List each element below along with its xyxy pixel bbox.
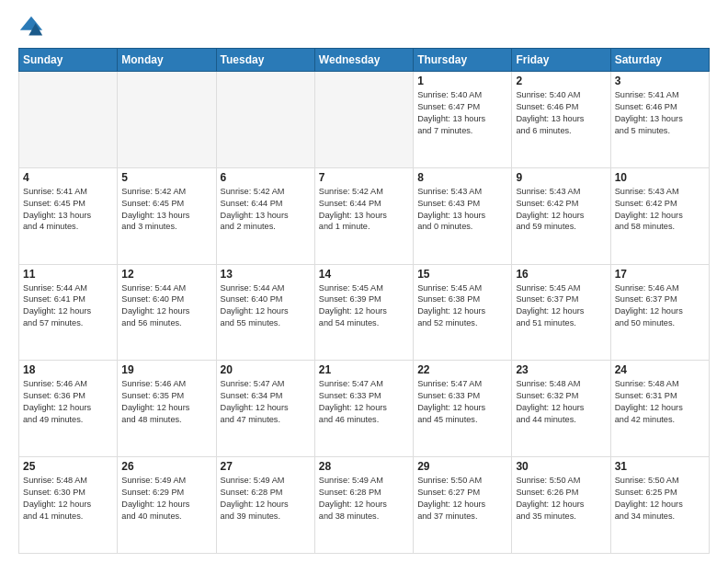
header: [18, 15, 710, 40]
calendar-day-cell: 3Sunrise: 5:41 AM Sunset: 6:46 PM Daylig…: [610, 72, 709, 168]
calendar-day-header: Friday: [512, 49, 610, 72]
day-info: Sunrise: 5:48 AM Sunset: 6:31 PM Dayligh…: [615, 378, 705, 426]
calendar-week-row: 18Sunrise: 5:46 AM Sunset: 6:36 PM Dayli…: [19, 361, 710, 457]
day-number: 15: [417, 268, 507, 281]
day-number: 2: [516, 75, 606, 87]
calendar-table: SundayMondayTuesdayWednesdayThursdayFrid…: [18, 48, 710, 554]
calendar-day-header: Thursday: [414, 49, 512, 72]
calendar-day-header: Wednesday: [314, 49, 413, 72]
calendar-week-row: 25Sunrise: 5:48 AM Sunset: 6:30 PM Dayli…: [19, 457, 710, 554]
day-info: Sunrise: 5:48 AM Sunset: 6:32 PM Dayligh…: [516, 378, 606, 426]
calendar-day-cell: [118, 72, 216, 168]
calendar-day-cell: 9Sunrise: 5:43 AM Sunset: 6:42 PM Daylig…: [512, 167, 610, 264]
calendar-day-cell: 12Sunrise: 5:44 AM Sunset: 6:40 PM Dayli…: [118, 264, 216, 361]
day-info: Sunrise: 5:45 AM Sunset: 6:38 PM Dayligh…: [417, 282, 507, 330]
calendar-day-cell: 25Sunrise: 5:48 AM Sunset: 6:30 PM Dayli…: [19, 457, 118, 554]
day-info: Sunrise: 5:45 AM Sunset: 6:37 PM Dayligh…: [516, 282, 606, 330]
day-number: 14: [319, 268, 409, 281]
day-info: Sunrise: 5:49 AM Sunset: 6:29 PM Dayligh…: [121, 475, 211, 523]
day-number: 12: [121, 268, 211, 281]
day-number: 30: [516, 460, 606, 473]
day-info: Sunrise: 5:40 AM Sunset: 6:47 PM Dayligh…: [417, 89, 507, 137]
calendar-day-cell: 24Sunrise: 5:48 AM Sunset: 6:31 PM Dayli…: [610, 361, 709, 457]
calendar-day-cell: 26Sunrise: 5:49 AM Sunset: 6:29 PM Dayli…: [118, 457, 216, 554]
day-info: Sunrise: 5:44 AM Sunset: 6:41 PM Dayligh…: [23, 282, 113, 330]
calendar-day-cell: 5Sunrise: 5:42 AM Sunset: 6:45 PM Daylig…: [118, 167, 216, 264]
day-info: Sunrise: 5:49 AM Sunset: 6:28 PM Dayligh…: [319, 475, 409, 523]
calendar-day-cell: 28Sunrise: 5:49 AM Sunset: 6:28 PM Dayli…: [314, 457, 413, 554]
calendar-day-cell: 15Sunrise: 5:45 AM Sunset: 6:38 PM Dayli…: [414, 264, 512, 361]
calendar-day-cell: 4Sunrise: 5:41 AM Sunset: 6:45 PM Daylig…: [19, 167, 118, 264]
day-number: 5: [121, 171, 211, 184]
day-number: 23: [516, 363, 606, 376]
day-number: 20: [221, 363, 311, 376]
day-info: Sunrise: 5:42 AM Sunset: 6:45 PM Dayligh…: [121, 186, 211, 234]
day-info: Sunrise: 5:42 AM Sunset: 6:44 PM Dayligh…: [221, 186, 311, 234]
calendar-day-cell: [216, 72, 314, 168]
calendar-week-row: 1Sunrise: 5:40 AM Sunset: 6:47 PM Daylig…: [19, 72, 710, 168]
page: SundayMondayTuesdayWednesdayThursdayFrid…: [0, 0, 728, 563]
calendar-day-cell: 31Sunrise: 5:50 AM Sunset: 6:25 PM Dayli…: [610, 457, 709, 554]
calendar-day-cell: 8Sunrise: 5:43 AM Sunset: 6:43 PM Daylig…: [414, 167, 512, 264]
calendar-day-cell: [19, 72, 118, 168]
calendar-day-cell: 11Sunrise: 5:44 AM Sunset: 6:41 PM Dayli…: [19, 264, 118, 361]
calendar-day-cell: 21Sunrise: 5:47 AM Sunset: 6:33 PM Dayli…: [314, 361, 413, 457]
calendar-day-cell: 18Sunrise: 5:46 AM Sunset: 6:36 PM Dayli…: [19, 361, 118, 457]
day-info: Sunrise: 5:47 AM Sunset: 6:33 PM Dayligh…: [319, 378, 409, 426]
day-number: 22: [417, 363, 507, 376]
day-info: Sunrise: 5:41 AM Sunset: 6:45 PM Dayligh…: [23, 186, 113, 234]
day-number: 7: [319, 171, 409, 184]
day-number: 27: [221, 460, 311, 473]
day-info: Sunrise: 5:44 AM Sunset: 6:40 PM Dayligh…: [121, 282, 211, 330]
calendar-week-row: 4Sunrise: 5:41 AM Sunset: 6:45 PM Daylig…: [19, 167, 710, 264]
calendar-day-cell: 14Sunrise: 5:45 AM Sunset: 6:39 PM Dayli…: [314, 264, 413, 361]
calendar-day-cell: [314, 72, 413, 168]
calendar-day-cell: 6Sunrise: 5:42 AM Sunset: 6:44 PM Daylig…: [216, 167, 314, 264]
day-number: 10: [615, 171, 705, 184]
day-number: 28: [319, 460, 409, 473]
day-number: 1: [417, 75, 507, 87]
day-number: 26: [121, 460, 211, 473]
day-info: Sunrise: 5:44 AM Sunset: 6:40 PM Dayligh…: [221, 282, 311, 330]
day-info: Sunrise: 5:40 AM Sunset: 6:46 PM Dayligh…: [516, 89, 606, 137]
day-info: Sunrise: 5:50 AM Sunset: 6:25 PM Dayligh…: [615, 475, 705, 523]
calendar-day-header: Saturday: [610, 49, 709, 72]
day-number: 24: [615, 363, 705, 376]
day-number: 16: [516, 268, 606, 281]
day-info: Sunrise: 5:46 AM Sunset: 6:36 PM Dayligh…: [23, 378, 113, 426]
day-info: Sunrise: 5:46 AM Sunset: 6:35 PM Dayligh…: [121, 378, 211, 426]
calendar-day-cell: 23Sunrise: 5:48 AM Sunset: 6:32 PM Dayli…: [512, 361, 610, 457]
calendar-day-cell: 2Sunrise: 5:40 AM Sunset: 6:46 PM Daylig…: [512, 72, 610, 168]
calendar-day-cell: 10Sunrise: 5:43 AM Sunset: 6:42 PM Dayli…: [610, 167, 709, 264]
calendar-header-row: SundayMondayTuesdayWednesdayThursdayFrid…: [19, 49, 710, 72]
logo-icon: [18, 15, 44, 40]
day-number: 18: [23, 363, 113, 376]
day-number: 6: [221, 171, 311, 184]
day-number: 31: [615, 460, 705, 473]
day-number: 25: [23, 460, 113, 473]
day-info: Sunrise: 5:47 AM Sunset: 6:34 PM Dayligh…: [221, 378, 311, 426]
calendar-day-cell: 30Sunrise: 5:50 AM Sunset: 6:26 PM Dayli…: [512, 457, 610, 554]
calendar-day-cell: 19Sunrise: 5:46 AM Sunset: 6:35 PM Dayli…: [118, 361, 216, 457]
calendar-day-header: Monday: [118, 49, 216, 72]
calendar-day-cell: 16Sunrise: 5:45 AM Sunset: 6:37 PM Dayli…: [512, 264, 610, 361]
calendar-day-cell: 27Sunrise: 5:49 AM Sunset: 6:28 PM Dayli…: [216, 457, 314, 554]
day-info: Sunrise: 5:43 AM Sunset: 6:43 PM Dayligh…: [417, 186, 507, 234]
day-info: Sunrise: 5:46 AM Sunset: 6:37 PM Dayligh…: [615, 282, 705, 330]
logo: [18, 15, 48, 40]
day-info: Sunrise: 5:47 AM Sunset: 6:33 PM Dayligh…: [417, 378, 507, 426]
calendar-day-header: Sunday: [19, 49, 118, 72]
day-number: 21: [319, 363, 409, 376]
calendar-day-cell: 17Sunrise: 5:46 AM Sunset: 6:37 PM Dayli…: [610, 264, 709, 361]
day-info: Sunrise: 5:41 AM Sunset: 6:46 PM Dayligh…: [615, 89, 705, 137]
calendar-day-cell: 13Sunrise: 5:44 AM Sunset: 6:40 PM Dayli…: [216, 264, 314, 361]
day-info: Sunrise: 5:42 AM Sunset: 6:44 PM Dayligh…: [319, 186, 409, 234]
svg-marker-0: [20, 17, 42, 30]
calendar-week-row: 11Sunrise: 5:44 AM Sunset: 6:41 PM Dayli…: [19, 264, 710, 361]
calendar-day-cell: 20Sunrise: 5:47 AM Sunset: 6:34 PM Dayli…: [216, 361, 314, 457]
day-info: Sunrise: 5:43 AM Sunset: 6:42 PM Dayligh…: [615, 186, 705, 234]
day-number: 19: [121, 363, 211, 376]
day-info: Sunrise: 5:48 AM Sunset: 6:30 PM Dayligh…: [23, 475, 113, 523]
day-info: Sunrise: 5:45 AM Sunset: 6:39 PM Dayligh…: [319, 282, 409, 330]
day-info: Sunrise: 5:43 AM Sunset: 6:42 PM Dayligh…: [516, 186, 606, 234]
